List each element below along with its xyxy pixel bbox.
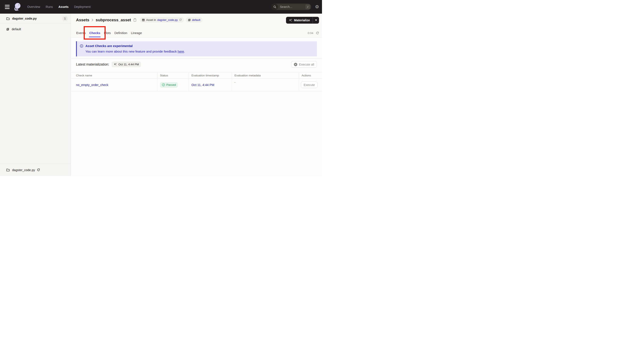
refresh-icon[interactable] (316, 31, 319, 35)
table-row: no_empty_order_check Passed Oct 11, 4:44… (71, 78, 322, 91)
search-shortcut-key: / (306, 4, 310, 9)
sidebar-footer-code-location[interactable]: dagster_code.py (6, 168, 35, 172)
execute-button[interactable]: Execute (301, 81, 318, 88)
asset-in-prefix: Asset in (146, 18, 156, 21)
play-circle-icon (294, 63, 297, 66)
main-content: Assets subprocess_asset (71, 14, 322, 176)
materialize-button-group: Materialize (286, 17, 319, 24)
sidebar-item-code-location[interactable]: dagster_code.py 1 (0, 14, 71, 24)
asset-count-badge: 1 (62, 16, 68, 21)
banner-body-period: . (184, 49, 185, 53)
topnav-right: / ⚙ (272, 3, 319, 10)
column-header-actions: Actions (299, 72, 322, 78)
table-header-row: Check name Status Evaluation timestamp E… (71, 72, 322, 78)
banner-title: Asset Checks are experimental (86, 44, 133, 48)
tab-lineage[interactable]: Lineage (131, 29, 142, 37)
evaluation-timestamp-link[interactable]: Oct 11, 4:44 PM (192, 83, 214, 87)
nav-item-deployment[interactable]: Deployment (74, 5, 90, 8)
asset-group-badge: default (186, 17, 202, 22)
page-title: subprocess_asset (96, 18, 131, 22)
sidebar-footer-label: dagster_code.py (12, 168, 35, 172)
tab-checks[interactable]: Checks (89, 29, 100, 37)
caret-down-icon (315, 19, 317, 21)
asset-tabs: Events Checks Plots Definition Lineage 0… (76, 29, 319, 37)
info-icon (80, 44, 83, 48)
folder-icon (6, 168, 10, 172)
column-header-check-name: Check name (71, 72, 157, 78)
check-circle-icon (162, 83, 165, 86)
materialize-dropdown-button[interactable] (313, 17, 319, 24)
execute-all-button[interactable]: Execute all (291, 61, 317, 68)
sparkles-icon (289, 18, 292, 22)
column-header-evaluation-timestamp: Evaluation timestamp (189, 72, 232, 78)
materialize-button[interactable]: Materialize (286, 17, 313, 24)
settings-gear-icon[interactable]: ⚙ (315, 5, 319, 9)
check-name-link[interactable]: no_empty_order_check (76, 83, 108, 87)
sidebar-item-group-default[interactable]: default (0, 25, 71, 33)
breadcrumb: Assets subprocess_asset (76, 17, 319, 22)
refresh-timer: 0:04 (308, 31, 313, 35)
timestamp-text: Oct 11, 4:44 PM (118, 63, 139, 66)
status-badge: Passed (160, 82, 178, 88)
column-header-status: Status (157, 72, 189, 78)
banner-body: You can learn more about this new featur… (86, 49, 314, 53)
search-icon (272, 3, 278, 10)
primary-nav: Overview Runs Assets Deployment (27, 5, 90, 8)
feedback-link[interactable]: here (178, 49, 184, 53)
nav-item-runs[interactable]: Runs (46, 5, 53, 8)
tab-events[interactable]: Events (76, 29, 86, 37)
breadcrumb-assets-link[interactable]: Assets (76, 18, 89, 22)
refresh-icon[interactable] (179, 18, 182, 21)
asset-group-icon (6, 28, 9, 31)
status-label: Passed (166, 83, 176, 86)
experimental-banner: Asset Checks are experimental You can le… (76, 41, 317, 56)
nav-item-assets[interactable]: Assets (58, 5, 68, 8)
tab-definition[interactable]: Definition (114, 29, 127, 37)
reload-location-icon[interactable] (37, 168, 40, 172)
latest-materialization-section: Latest materialization: Oct 11, 4:44 PM … (71, 58, 322, 70)
search-box[interactable]: / (272, 3, 311, 10)
sparkles-icon (114, 63, 117, 66)
copy-icon[interactable] (133, 18, 136, 22)
search-input[interactable] (278, 5, 306, 8)
dagster-logo-icon[interactable] (13, 2, 22, 11)
top-nav: Overview Runs Assets Deployment / ⚙ (0, 0, 322, 14)
nav-item-overview[interactable]: Overview (27, 5, 40, 8)
code-location-link[interactable]: dagster_code.py (157, 18, 178, 21)
sidebar-item-label: dagster_code.py (12, 17, 37, 20)
tab-plots[interactable]: Plots (104, 29, 111, 37)
spreadsheet-icon (142, 18, 145, 21)
sidebar-footer: dagster_code.py (0, 164, 71, 176)
asset-location-badge: Asset in dagster_code.py (140, 17, 184, 22)
sidebar-group-label: default (12, 27, 21, 31)
latest-materialization-label: Latest materialization: (76, 62, 109, 66)
group-link[interactable]: default (192, 18, 200, 21)
column-header-evaluation-metadata: Evaluation metadata (232, 72, 299, 78)
banner-body-text: You can learn more about this new featur… (86, 49, 178, 53)
checks-table: Check name Status Evaluation timestamp E… (71, 72, 322, 91)
menu-icon[interactable] (5, 5, 10, 9)
evaluation-metadata-cell: - (232, 78, 299, 91)
materialize-label: Materialize (294, 18, 310, 22)
asset-group-icon (188, 18, 191, 21)
folder-icon (6, 17, 10, 20)
execute-all-label: Execute all (299, 63, 314, 66)
asset-header: Assets subprocess_asset (71, 14, 322, 37)
chevron-right-icon (92, 19, 93, 21)
latest-materialization-timestamp[interactable]: Oct 11, 4:44 PM (112, 61, 141, 67)
asset-sidebar: dagster_code.py 1 default dagster_code.p… (0, 14, 71, 176)
